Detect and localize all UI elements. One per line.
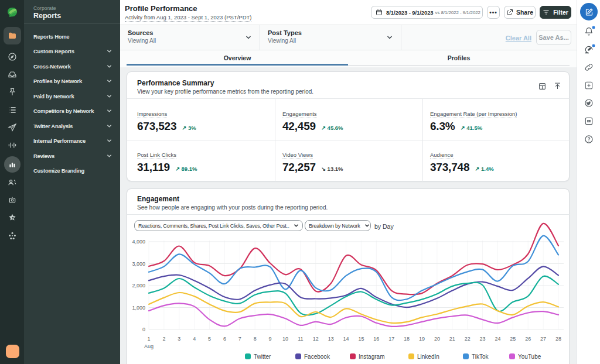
svg-text:21: 21 (449, 336, 455, 342)
svg-text:0: 0 (142, 327, 145, 332)
svg-text:1: 1 (147, 336, 150, 342)
svg-text:7: 7 (238, 336, 241, 342)
svg-text:5: 5 (208, 336, 211, 342)
svg-text:6: 6 (223, 336, 226, 342)
svg-text:28: 28 (555, 336, 561, 342)
svg-text:24: 24 (495, 336, 500, 342)
svg-text:11: 11 (298, 336, 303, 342)
svg-text:22: 22 (465, 336, 471, 342)
svg-text:17: 17 (388, 336, 394, 342)
svg-text:2,000: 2,000 (132, 283, 145, 289)
svg-text:2: 2 (162, 336, 165, 342)
svg-text:Twitter: Twitter (254, 353, 271, 360)
svg-text:8: 8 (254, 336, 257, 342)
svg-text:13: 13 (328, 336, 334, 342)
svg-text:14: 14 (343, 336, 349, 342)
svg-text:Facebook: Facebook (304, 353, 330, 360)
svg-text:25: 25 (510, 336, 516, 342)
svg-text:10: 10 (282, 336, 288, 342)
svg-text:19: 19 (419, 336, 425, 342)
svg-text:4,000: 4,000 (132, 239, 145, 245)
svg-text:Instagram: Instagram (359, 353, 384, 360)
svg-text:1,000: 1,000 (132, 305, 145, 311)
svg-text:Aug: Aug (144, 344, 154, 349)
svg-text:26: 26 (525, 336, 531, 342)
svg-text:27: 27 (540, 336, 546, 342)
svg-text:9: 9 (269, 336, 272, 342)
svg-text:18: 18 (404, 336, 410, 342)
svg-text:15: 15 (358, 336, 364, 342)
svg-text:20: 20 (434, 336, 440, 342)
svg-text:4: 4 (193, 336, 196, 342)
svg-text:LinkedIn: LinkedIn (417, 353, 439, 360)
svg-text:3,000: 3,000 (132, 261, 145, 267)
svg-text:16: 16 (373, 336, 379, 342)
svg-text:TikTok: TikTok (472, 353, 489, 360)
svg-text:23: 23 (480, 336, 486, 342)
svg-text:3: 3 (178, 336, 180, 342)
svg-text:YouTube: YouTube (518, 353, 541, 360)
svg-text:12: 12 (313, 336, 319, 342)
